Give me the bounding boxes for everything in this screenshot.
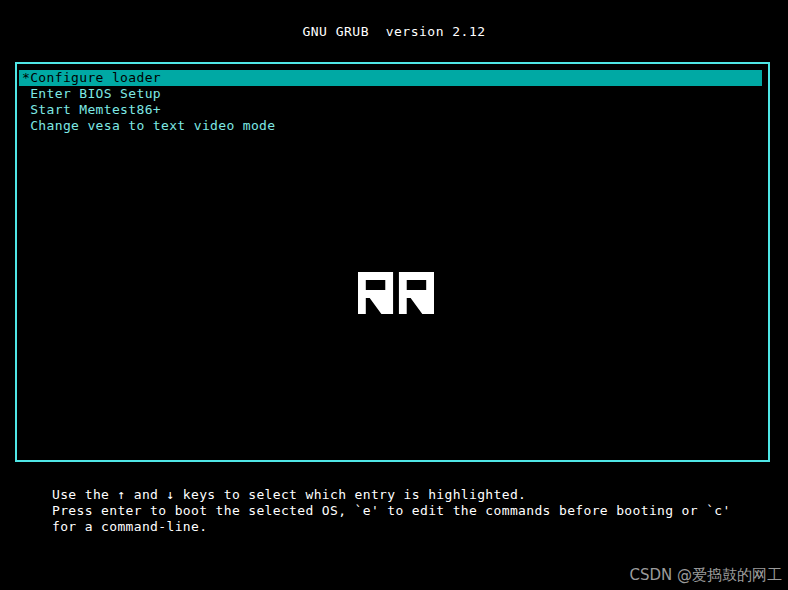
grub-screen: GNU GRUB version 2.12 *Configure loader … [0,0,788,590]
help-text-line-3: for a command-line. [52,519,731,535]
grub-version-title: GNU GRUB version 2.12 [0,24,788,39]
boot-menu: *Configure loader Enter BIOS Setup Start… [15,62,770,462]
rr-logo-icon [358,272,434,314]
menu-entry-start-memtest[interactable]: Start Memtest86+ [19,102,762,118]
help-text-line-2: Press enter to boot the selected OS, `e'… [52,503,731,519]
help-text: Use the ↑ and ↓ keys to select which ent… [52,487,731,535]
rr-logo-letter-r1 [358,272,393,314]
menu-entry-enter-bios-setup[interactable]: Enter BIOS Setup [19,86,762,102]
menu-entry-change-video-mode[interactable]: Change vesa to text video mode [19,118,762,134]
csdn-watermark: CSDN @爱捣鼓的网工 [629,566,782,585]
help-text-line-1: Use the ↑ and ↓ keys to select which ent… [52,487,731,503]
menu-entry-configure-loader[interactable]: *Configure loader [19,70,762,86]
rr-logo-letter-r2 [399,272,434,314]
